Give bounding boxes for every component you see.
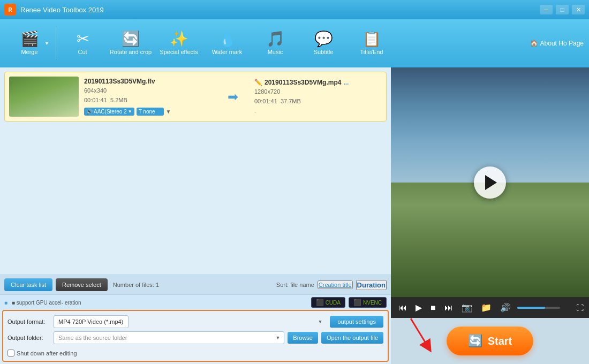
toolbar-item-merge[interactable]: 🎬 Merge ▼ [5, 22, 54, 65]
window-controls: ─ □ ✕ [540, 5, 585, 14]
about-link[interactable]: 🏠 About Ho Page [530, 40, 584, 47]
browse-button[interactable]: Browse [288, 332, 318, 344]
toolbar-rotate-label: Rotate and crop [110, 49, 152, 55]
folder-label: Output folder: [7, 335, 50, 341]
shutdown-label: Shut down after editing [17, 350, 77, 357]
output-filename: 20190113Ss3D5VMg.mp4 [265, 79, 341, 86]
file-thumbnail [9, 77, 79, 117]
format-select-wrap: MP4 720P Video (*.mp4) [54, 315, 327, 328]
main-area: 20190113Ss3D5VMg.flv 604x340 00:01:41 5.… [0, 67, 589, 364]
output-settings-area: Output format: MP4 720P Video (*.mp4) ou… [2, 310, 389, 362]
output-file-info: ✏️ 20190113Ss3D5VMg.mp4 ... 1280x720 00:… [254, 79, 382, 115]
output-settings-button[interactable]: output settings [330, 316, 383, 328]
shutdown-checkbox[interactable] [7, 350, 14, 357]
audio-arrow-icon: ▼ [128, 109, 132, 114]
toolbar-item-music[interactable]: 🎵 Music [251, 22, 299, 65]
arrow-container: ➡ [217, 89, 249, 104]
merge-dropdown-arrow: ▼ [44, 41, 49, 46]
output-size: 37.7MB [281, 98, 301, 104]
toolbar-merge-label: Merge [21, 49, 37, 55]
gpu-bar: ■ ■ support GPU accel- eration ⬛ CUDA ⬛ … [0, 294, 391, 310]
screenshot-button[interactable]: 📷 [459, 301, 474, 314]
volume-icon[interactable]: 🔊 [498, 301, 513, 314]
home-icon: 🏠 [530, 40, 538, 47]
output-more[interactable]: ... [343, 79, 349, 86]
edit-icon: ✏️ [254, 79, 262, 86]
rotate-icon: 🔄 [122, 32, 140, 47]
shutdown-row: Shut down after editing [7, 347, 383, 357]
start-label: Start [488, 335, 512, 347]
subtitle-arrow-btn[interactable]: ▼ [166, 109, 171, 115]
cuda-button[interactable]: ⬛ CUDA [311, 297, 345, 308]
red-arrow-svg [400, 314, 446, 355]
start-refresh-icon: 🔄 [468, 334, 482, 348]
input-size: 5.2MB [110, 97, 127, 103]
watermark-icon: 💧 [218, 32, 237, 47]
audio-select: 🔊 AAC(Stereo 2 ▼ T none ▼ [84, 108, 212, 116]
input-file-meta: 604x340 00:01:41 5.2MB [84, 86, 212, 105]
format-label: Output format: [7, 318, 50, 325]
input-file-info: 20190113Ss3D5VMg.flv 604x340 00:01:41 5.… [84, 78, 212, 115]
app-logo: R [4, 4, 16, 16]
toolbar-item-effects[interactable]: ✨ Special effects [155, 22, 203, 65]
clear-task-list-button[interactable]: Clear task list [4, 278, 52, 291]
toolbar-item-watermark[interactable]: 💧 Water mark [203, 22, 251, 65]
open-folder-button[interactable]: Open the output file [321, 332, 383, 344]
title-icon: 📋 [363, 32, 381, 47]
output-file-meta: 1280x720 00:01:41 37.7MB [254, 87, 382, 106]
about-label: About Ho Page [540, 40, 584, 47]
play-overlay-button[interactable] [474, 166, 506, 199]
next-frame-button[interactable]: ⏭ [442, 302, 455, 314]
subtitle-dropdown-btn[interactable]: T none [137, 108, 164, 116]
toolbar-watermark-label: Water mark [212, 49, 242, 55]
toolbar-item-subtitle[interactable]: 💬 Subtitle [299, 22, 348, 65]
toolbar-title-label: Title/End [360, 49, 383, 55]
toolbar-music-label: Music [268, 49, 283, 55]
remove-selected-button[interactable]: Remove select [56, 278, 108, 291]
open-folder-video-button[interactable]: 📁 [479, 301, 494, 314]
svg-line-1 [403, 318, 436, 347]
start-button[interactable]: 🔄 Start [447, 327, 534, 355]
prev-frame-button[interactable]: ⏮ [396, 302, 409, 314]
red-arrow-indicator [399, 314, 445, 357]
maximize-button[interactable]: □ [556, 5, 569, 14]
toolbar-item-title[interactable]: 📋 Title/End [348, 22, 396, 65]
subtitle-icon: 💬 [314, 32, 333, 47]
effects-icon: ✨ [170, 32, 188, 47]
gpu-buttons: ⬛ CUDA ⬛ NVENC [311, 297, 387, 308]
file-item: 20190113Ss3D5VMg.flv 604x340 00:01:41 5.… [4, 72, 387, 122]
thumbnail-image [9, 77, 79, 117]
audio-dropdown-btn[interactable]: 🔊 AAC(Stereo 2 ▼ [84, 108, 134, 116]
toolbar-item-rotate[interactable]: 🔄 Rotate and crop [107, 22, 155, 65]
play-button[interactable]: ▶ [413, 301, 424, 314]
toolbar-divider-1 [56, 27, 56, 59]
folder-row: Output folder: Same as the source folder… [7, 331, 383, 344]
volume-slider[interactable] [517, 307, 560, 309]
video-ground-bg [391, 183, 589, 298]
sort-label: Sort: file name [276, 282, 314, 288]
bottom-bar: Clear task list Remove select Number of … [0, 275, 391, 294]
start-area: 🔄 Start [391, 318, 589, 364]
input-duration: 00:01:41 [84, 97, 107, 103]
file-count: Number of files: 1 [113, 282, 159, 288]
file-list-area: 20190113Ss3D5VMg.flv 604x340 00:01:41 5.… [0, 67, 391, 275]
left-panel: 20190113Ss3D5VMg.flv 604x340 00:01:41 5.… [0, 67, 391, 364]
toolbar-item-cut[interactable]: ✂ Cut [58, 22, 107, 65]
input-filename: 20190113Ss3D5VMg.flv [84, 78, 212, 85]
input-resolution: 604x340 [84, 87, 107, 94]
nvenc-button[interactable]: ⬛ NVENC [349, 297, 387, 308]
toolbar-subtitle-label: Subtitle [314, 49, 334, 55]
fullscreen-button[interactable]: ⛶ [576, 304, 584, 312]
close-button[interactable]: ✕ [572, 5, 585, 14]
stop-button[interactable]: ■ [428, 302, 438, 314]
gpu-bullet: ■ [4, 300, 7, 306]
minimize-button[interactable]: ─ [540, 5, 553, 14]
creation-sort-button[interactable]: Creation title [318, 280, 353, 289]
merge-icon: 🎬 [20, 32, 39, 47]
music-icon: 🎵 [266, 32, 285, 47]
folder-select[interactable]: Same as the source folder [54, 331, 284, 344]
duration-sort-button[interactable]: Duration [356, 280, 387, 290]
titlebar: R Renee Video Toolbox 2019 ─ □ ✕ [0, 0, 589, 19]
format-select[interactable]: MP4 720P Video (*.mp4) [54, 315, 129, 328]
app-title: Renee Video Toolbox 2019 [20, 6, 540, 14]
